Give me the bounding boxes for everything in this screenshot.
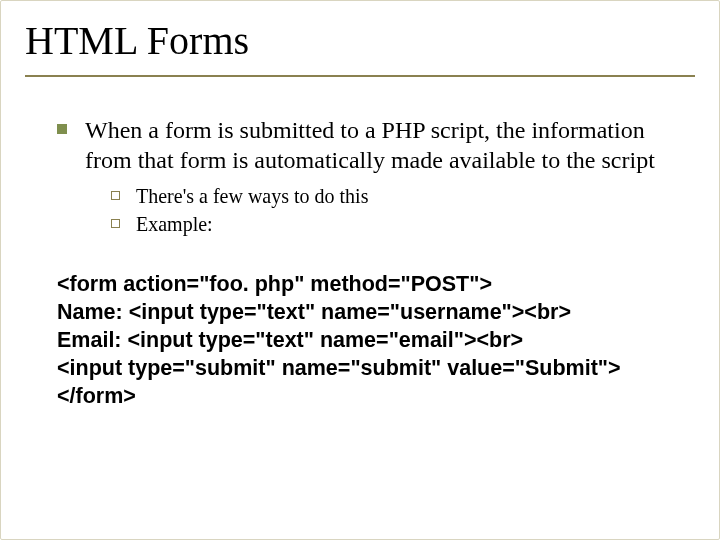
title-wrap: HTML Forms bbox=[1, 1, 719, 69]
code-line: </form> bbox=[57, 383, 679, 411]
bullet-text: When a form is submitted to a PHP script… bbox=[85, 115, 679, 175]
sub-bullets: There's a few ways to do this Example: bbox=[111, 183, 679, 237]
bullet-level1: When a form is submitted to a PHP script… bbox=[57, 115, 679, 175]
code-line: Name: <input type="text" name="username"… bbox=[57, 299, 679, 327]
code-line: Email: <input type="text" name="email"><… bbox=[57, 327, 679, 355]
code-line: <input type="submit" name="submit" value… bbox=[57, 355, 679, 383]
bullet-level2: There's a few ways to do this bbox=[111, 183, 679, 209]
square-bullet-icon bbox=[57, 124, 67, 134]
slide-title: HTML Forms bbox=[25, 19, 719, 69]
hollow-square-bullet-icon bbox=[111, 219, 120, 228]
code-example: <form action="foo. php" method="POST"> N… bbox=[57, 271, 679, 411]
hollow-square-bullet-icon bbox=[111, 191, 120, 200]
sub-bullet-text: Example: bbox=[136, 211, 213, 237]
slide-body: When a form is submitted to a PHP script… bbox=[1, 77, 719, 411]
code-line: <form action="foo. php" method="POST"> bbox=[57, 271, 679, 299]
slide: HTML Forms When a form is submitted to a… bbox=[0, 0, 720, 540]
sub-bullet-text: There's a few ways to do this bbox=[136, 183, 368, 209]
bullet-level2: Example: bbox=[111, 211, 679, 237]
